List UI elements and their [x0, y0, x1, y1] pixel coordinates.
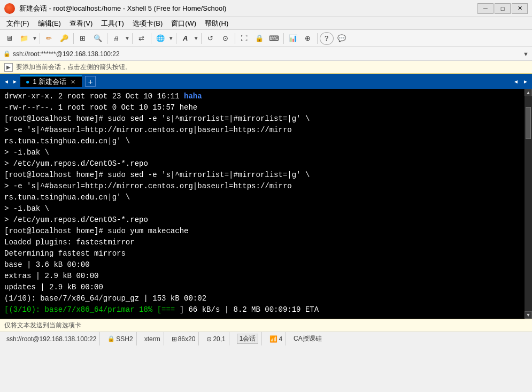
toolbar-transfer[interactable]: ⇄ [135, 32, 149, 45]
toolbar-dropdown3[interactable]: ▼ [168, 35, 174, 41]
status-lock-icon: 🔒 [107, 335, 115, 342]
app-icon [4, 3, 15, 14]
terminal-line-2: -rw-r--r--. 1 root root 0 Oct 10 15:57 h… [4, 102, 520, 113]
terminal-wrapper: drwxr-xr-x. 2 root root 23 Oct 10 16:11 … [0, 89, 532, 319]
terminal-line-13: [root@localhost home]# sudo yum makecach… [4, 226, 520, 237]
status-position: ⊙ 20,1 [203, 332, 229, 345]
toolbar-lock[interactable]: 🔒 [252, 32, 266, 45]
terminal-line-7: > /etc/yum.repos.d/CentOS-*.repo [4, 158, 520, 170]
terminal[interactable]: drwxr-xr-x. 2 root root 23 Oct 10 16:11 … [0, 89, 525, 319]
close-button[interactable]: ✕ [512, 3, 528, 14]
scrollbar-down[interactable]: ▼ [525, 311, 532, 319]
status-terminal: xterm [141, 332, 164, 345]
tab-scroll-right[interactable]: ► [521, 76, 530, 87]
address-dropdown[interactable]: ▼ [523, 51, 529, 57]
status-speed: 📶 4 [266, 332, 286, 345]
menu-tools[interactable]: 工具(T) [97, 18, 128, 29]
menu-tabs[interactable]: 选项卡(B) [128, 18, 167, 29]
bottom-hint-text: 仅将文本发送到当前选项卡 [4, 321, 81, 330]
toolbar-dropdown4[interactable]: ▼ [194, 35, 199, 41]
status-terminal-text: xterm [144, 335, 160, 343]
terminal-line-10: rs.tuna.tsinghua.edu.cn|g' \ [4, 192, 520, 203]
terminal-line-14: Loaded plugins: fastestmirror [4, 237, 520, 248]
hint-bar: ▶ 要添加当前会话，点击左侧的箭头按钮。 [0, 61, 532, 74]
bottom-hint-bar: 仅将文本发送到当前选项卡 [0, 319, 532, 332]
tab-nav-left[interactable]: ◄ [2, 76, 11, 87]
toolbar-print[interactable]: 🖨 [110, 32, 124, 45]
address-bar: 🔒 ssh://root:******@192.168.138.100:22 ▼ [0, 47, 532, 61]
toolbar-new-session[interactable]: 🖥 [2, 32, 16, 45]
toolbar-search[interactable]: 🔍 [91, 32, 105, 45]
terminal-line-8: [root@localhost home]# sudo sed -e 's|^m… [4, 170, 520, 181]
tab-add-button[interactable]: + [85, 76, 96, 87]
tab-indicator: ● [26, 78, 29, 86]
menu-help[interactable]: 帮助(H) [201, 18, 233, 29]
toolbar-dropdown2[interactable]: ▼ [125, 35, 130, 41]
toolbar-copy[interactable]: ⊞ [76, 32, 90, 45]
tab-bar: ◄ ► ● 1 新建会话 ✕ + ◄ ► [0, 74, 532, 89]
terminal-scrollbar: ▲ ▼ [525, 89, 532, 319]
speed-icon: 📶 [269, 335, 277, 343]
status-ssh: ssh://root@192.168.138.100:22 [3, 332, 100, 345]
toolbar-plus[interactable]: ⊕ [301, 32, 315, 45]
toolbar-fullscreen[interactable]: ⛶ [237, 32, 251, 45]
address-url[interactable]: ssh://root:******@192.168.138.100:22 [13, 50, 120, 58]
terminal-line-11: > -i.bak \ [4, 203, 520, 214]
menu-file[interactable]: 文件(F) [2, 18, 34, 29]
toolbar: 🖥 📁 ▼ ✏ 🔑 ⊞ 🔍 🖨 ▼ ⇄ 🌐 ▼ A ▼ ↺ ⊙ ⛶ 🔒 ⌨ 📊 … [0, 30, 532, 47]
tab-active[interactable]: ● 1 新建会话 ✕ [20, 75, 82, 87]
toolbar-dropdown1[interactable]: ▼ [32, 35, 37, 41]
status-size: ⊞ 86x20 [168, 332, 199, 345]
status-bar: ssh://root@192.168.138.100:22 🔒 SSH2 xte… [0, 332, 532, 345]
toolbar-refresh[interactable]: ↺ [204, 32, 218, 45]
toolbar-edit[interactable]: ✏ [42, 32, 56, 45]
status-sessions: 1会话 [234, 332, 263, 345]
status-protocol-text: SSH2 [116, 335, 133, 343]
scrollbar-thumb[interactable] [526, 107, 531, 139]
toolbar-keyboard[interactable]: ⌨ [267, 32, 281, 45]
status-size-icon: ⊞ [172, 335, 177, 343]
terminal-line-15: Determining fastest mirrors [4, 248, 520, 259]
terminal-line-16: base | 3.6 kB 00:00 [4, 259, 520, 271]
tab-close-button[interactable]: ✕ [70, 79, 76, 86]
toolbar-web[interactable]: 🌐 [153, 32, 167, 45]
session-count: 1会话 [237, 334, 259, 344]
title-bar-controls: ─ □ ✕ [477, 3, 528, 14]
toolbar-open-folder[interactable]: 📁 [17, 32, 31, 45]
status-ssh-text: ssh://root@192.168.138.100:22 [6, 335, 96, 343]
toolbar-monitor[interactable]: 📊 [286, 32, 300, 45]
status-size-text: 86x20 [178, 335, 196, 343]
scrollbar-up[interactable]: ▲ [525, 89, 532, 96]
status-position-text: 20,1 [213, 335, 225, 343]
terminal-line-12: > /etc/yum.repos.d/CentOS-*.repo [4, 214, 520, 226]
status-protocol: 🔒 SSH2 [104, 332, 136, 345]
hint-arrow-button[interactable]: ▶ [4, 63, 13, 72]
toolbar-key[interactable]: 🔑 [57, 32, 71, 45]
toolbar-settings2[interactable]: ⊙ [219, 32, 233, 45]
terminal-line-19: (1/10): base/7/x86_64/group_gz | 153 kB … [4, 293, 520, 304]
menu-window[interactable]: 窗口(W) [167, 18, 201, 29]
lock-icon: 🔒 [3, 50, 11, 57]
terminal-line-20: [(3/10): base/7/x86_64/primar 18% [=== ]… [4, 304, 520, 316]
toolbar-chat[interactable]: 💬 [335, 32, 349, 45]
status-pos-icon: ⊙ [206, 335, 212, 343]
tab-nav-right[interactable]: ► [11, 76, 19, 87]
menu-view[interactable]: 查看(V) [65, 18, 97, 29]
tab-scroll-left[interactable]: ◄ [512, 76, 520, 87]
terminal-line-6: > -i.bak \ [4, 147, 520, 158]
maximize-button[interactable]: □ [495, 3, 511, 14]
terminal-line-9: > -e 's|^#baseurl=http://mirror.centos.o… [4, 181, 520, 192]
terminal-line-4: > -e 's|^#baseurl=http://mirror.centos.o… [4, 125, 520, 136]
tab-label: 1 新建会话 [33, 77, 66, 87]
terminal-line-1: drwxr-xr-x. 2 root root 23 Oct 10 16:11 … [4, 91, 520, 102]
terminal-line-18: updates | 2.9 kB 00:00 [4, 282, 520, 293]
minimize-button[interactable]: ─ [477, 3, 494, 14]
hint-text: 要添加当前会话，点击左侧的箭头按钮。 [16, 63, 132, 72]
status-extra: CA授课硅 [290, 332, 325, 345]
terminal-line-17: extras | 2.9 kB 00:00 [4, 271, 520, 282]
title-bar: 新建会话 - root@localhost:/home - Xshell 5 (… [0, 0, 532, 17]
menu-edit[interactable]: 编辑(E) [34, 18, 65, 29]
toolbar-help[interactable]: ? [320, 32, 334, 45]
status-extra-text: CA授课硅 [294, 334, 322, 343]
toolbar-font[interactable]: A [179, 32, 192, 45]
